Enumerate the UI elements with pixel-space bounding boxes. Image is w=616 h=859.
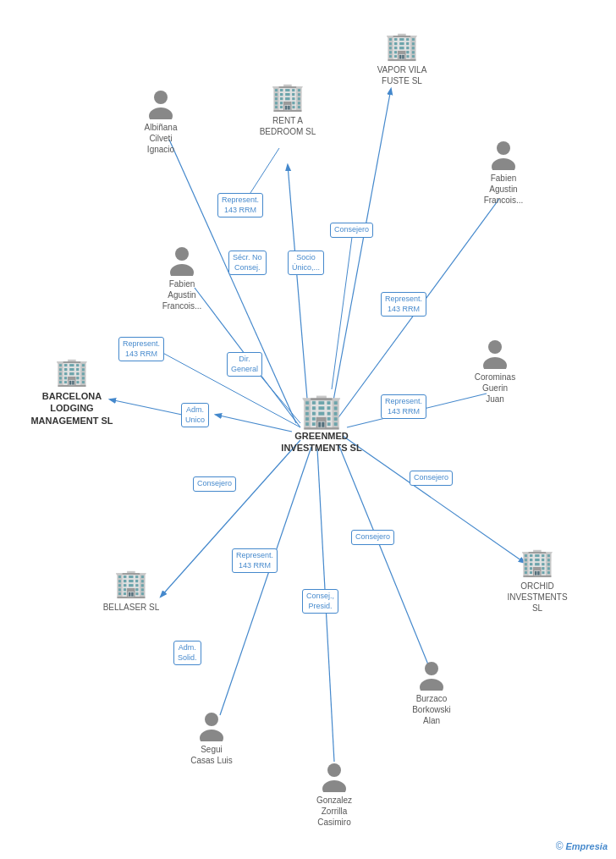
svg-point-17 xyxy=(154,91,168,104)
repr143-3-box: Represent. 143 RRM xyxy=(381,292,426,317)
svg-line-15 xyxy=(332,237,352,389)
fabien2-person-icon xyxy=(168,245,195,276)
secr-box: Sécr. No Consej. xyxy=(228,251,267,275)
fabien2-node: Fabien Agustin Francois... xyxy=(148,245,216,311)
greenmed-node: 🏢 GREENMED INVESTMENTS SL xyxy=(279,394,364,454)
rent-building-icon: 🏢 xyxy=(271,80,305,113)
bellaser-building-icon: 🏢 xyxy=(114,567,148,599)
svg-point-26 xyxy=(420,679,443,691)
albinana-person-icon xyxy=(147,89,174,119)
corominas-person-icon xyxy=(481,339,509,369)
albinana-label: Albiñana Cilveti Ignacio xyxy=(145,122,178,155)
fabien1-label: Fabien Agustin Francois... xyxy=(484,173,524,206)
vapor-building-icon: 🏢 xyxy=(385,30,419,62)
barcelona-label: BARCELONA LODGING MANAGEMENT SL xyxy=(30,390,113,427)
brand-name: Empresia xyxy=(565,841,608,851)
svg-point-27 xyxy=(205,713,218,726)
segui-label: Segui Casas Luis xyxy=(190,744,232,766)
copyright-icon: © xyxy=(556,840,564,852)
gonzalez-node: Gonzalez Zorrilla Casimiro xyxy=(300,762,368,828)
rent-label: RENT A BEDROOM SL xyxy=(260,115,316,137)
bellaser-node: 🏢 BELLASER SL xyxy=(93,567,169,613)
vapor-node: 🏢 VAPOR VILA FUSTE SL xyxy=(364,30,440,86)
svg-point-29 xyxy=(327,763,341,777)
watermark: © Empresia xyxy=(556,840,608,852)
rent-node: 🏢 RENT A BEDROOM SL xyxy=(250,80,326,137)
gonzalez-person-icon xyxy=(321,762,348,792)
svg-point-19 xyxy=(497,141,510,155)
segui-person-icon xyxy=(198,711,225,741)
socio-box: Socio Único,... xyxy=(288,251,324,275)
svg-point-22 xyxy=(170,264,194,276)
greenmed-building-icon: 🏢 xyxy=(300,394,343,427)
svg-point-30 xyxy=(322,780,346,792)
barcelona-building-icon: 🏢 xyxy=(55,355,89,388)
barcelona-node: 🏢 BARCELONA LODGING MANAGEMENT SL xyxy=(21,355,123,427)
fabien1-person-icon xyxy=(490,140,517,170)
consej-presid-box: Consej., Presid. xyxy=(302,589,338,614)
svg-line-0 xyxy=(330,89,391,419)
svg-line-1 xyxy=(288,165,309,419)
vapor-label: VAPOR VILA FUSTE SL xyxy=(377,64,427,86)
corominas-node: Corominas Guerin Juan xyxy=(461,339,529,405)
greenmed-label: GREENMED INVESTMENTS SL xyxy=(281,430,361,454)
dir-general-box: Dir. General xyxy=(227,352,262,377)
svg-point-21 xyxy=(175,247,189,261)
svg-point-23 xyxy=(488,340,502,354)
svg-point-18 xyxy=(149,107,173,119)
repr143-1-box: Represent. 143 RRM xyxy=(217,193,263,218)
orchid-node: 🏢 ORCHID INVESTMENTS SL xyxy=(499,546,575,614)
svg-point-25 xyxy=(425,662,438,675)
svg-point-28 xyxy=(200,730,223,741)
fabien2-label: Fabien Agustin Francois... xyxy=(162,278,202,311)
svg-line-8 xyxy=(161,440,300,597)
bellaser-label: BELLASER SL xyxy=(103,602,160,613)
adm-solid-box: Adm. Solid. xyxy=(173,641,201,665)
gonzalez-label: Gonzalez Zorrilla Casimiro xyxy=(316,795,352,828)
orchid-label: ORCHID INVESTMENTS SL xyxy=(507,581,567,614)
repr143-4-box: Represent. 143 RRM xyxy=(381,394,426,419)
burzaco-person-icon xyxy=(418,660,445,691)
albinana-node: Albiñana Cilveti Ignacio xyxy=(131,89,190,155)
segui-node: Segui Casas Luis xyxy=(178,711,245,766)
fabien1-node: Fabien Agustin Francois... xyxy=(470,140,537,206)
adm-unico-box: Adm. Unico xyxy=(181,403,209,427)
svg-point-20 xyxy=(492,158,515,170)
consejero1-box: Consejero xyxy=(330,223,373,238)
svg-point-24 xyxy=(483,357,507,369)
repr143-5-box: Represent. 143 RRM xyxy=(232,548,278,573)
consejero2-box: Consejero xyxy=(410,471,453,486)
orchid-building-icon: 🏢 xyxy=(520,546,554,578)
burzaco-node: Burzaco Borkowski Alan xyxy=(398,660,465,726)
burzaco-label: Burzaco Borkowski Alan xyxy=(412,693,451,726)
consejero4-box: Consejero xyxy=(351,530,394,545)
corominas-label: Corominas Guerin Juan xyxy=(475,372,515,405)
consejero3-box: Consejero xyxy=(193,476,236,492)
repr143-2-box: Represent. 143 RRM xyxy=(118,337,164,361)
